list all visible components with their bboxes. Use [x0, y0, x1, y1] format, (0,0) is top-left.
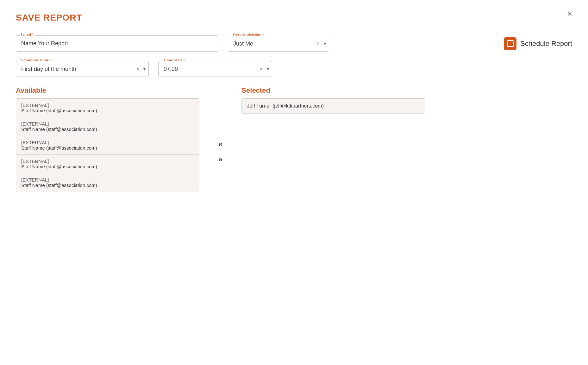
- time-of-day-select[interactable]: 07:00 08:00 09:00 10:00: [158, 61, 272, 77]
- available-list-item[interactable]: [EXTERNAL] Staff Name (staff@association…: [16, 136, 199, 155]
- schedule-type-field: Schedule Type * First day of the month D…: [16, 61, 149, 77]
- visibility-select[interactable]: Just Me Everyone: [228, 36, 329, 52]
- page-title: SAVE REPORT: [16, 13, 572, 23]
- selected-list-box: Jeff Turner (jeff@ktkpartners.com): [241, 98, 425, 114]
- move-left-icon: «: [218, 140, 222, 148]
- schedule-report-icon: [504, 37, 516, 50]
- available-title: Available: [16, 86, 199, 95]
- close-button[interactable]: ×: [567, 9, 572, 18]
- selected-list-item[interactable]: Jeff Turner (jeff@ktkpartners.com): [242, 99, 425, 113]
- available-item-line1: [EXTERNAL]: [21, 121, 194, 127]
- available-list-item[interactable]: [EXTERNAL] Staff Name (staff@association…: [16, 117, 199, 136]
- form-row-1: Label * Report Visibility * Just Me Ever…: [16, 35, 572, 52]
- schedule-report-label: Schedule Report: [520, 40, 572, 48]
- available-item-line2: Staff Name (staff@association.com): [21, 164, 194, 169]
- schedule-icon-inner: [507, 40, 514, 47]
- schedule-type-select-wrapper: First day of the month Daily Weekly Mont…: [16, 61, 149, 77]
- available-item-line2: Staff Name (staff@association.com): [21, 145, 194, 151]
- available-list-box: [EXTERNAL] Staff Name (staff@association…: [16, 98, 199, 192]
- time-of-day-clear-button[interactable]: ×: [260, 66, 263, 72]
- time-of-day-select-wrapper: 07:00 08:00 09:00 10:00 × ▾: [158, 61, 272, 77]
- available-item-line2: Staff Name (staff@association.com): [21, 108, 194, 113]
- form-row-2: Schedule Type * First day of the month D…: [16, 61, 572, 77]
- lists-section: Available [EXTERNAL] Staff Name (staff@a…: [16, 86, 572, 192]
- label-input[interactable]: [16, 35, 218, 52]
- selected-list-container: Selected Jeff Turner (jeff@ktkpartners.c…: [241, 86, 572, 114]
- available-item-line2: Staff Name (staff@association.com): [21, 182, 194, 188]
- available-list-item[interactable]: [EXTERNAL] Staff Name (staff@association…: [16, 99, 199, 117]
- label-field: Label *: [16, 35, 218, 52]
- close-icon: ×: [567, 9, 572, 19]
- move-to-selected-button[interactable]: »: [218, 155, 222, 164]
- selected-title: Selected: [241, 86, 572, 95]
- move-right-icon: »: [218, 155, 222, 164]
- available-item-line1: [EXTERNAL]: [21, 177, 194, 182]
- available-list-item[interactable]: [EXTERNAL] Staff Name (staff@association…: [16, 173, 199, 192]
- label-field-label: Label *: [20, 32, 35, 37]
- visibility-field: Report Visibility * Just Me Everyone × ▾: [228, 36, 329, 52]
- schedule-type-select[interactable]: First day of the month Daily Weekly Mont…: [16, 61, 149, 77]
- available-item-line1: [EXTERNAL]: [21, 140, 194, 145]
- schedule-report-button[interactable]: Schedule Report: [504, 37, 572, 50]
- available-item-line2: Staff Name (staff@association.com): [21, 127, 194, 132]
- transfer-buttons: « »: [212, 140, 229, 164]
- move-to-available-button[interactable]: «: [218, 140, 222, 149]
- visibility-select-wrapper: Just Me Everyone × ▾: [228, 36, 329, 52]
- available-list-item[interactable]: [EXTERNAL] Staff Name (staff@association…: [16, 155, 199, 173]
- schedule-type-clear-button[interactable]: ×: [136, 66, 139, 72]
- available-item-line1: [EXTERNAL]: [21, 158, 194, 164]
- available-list-container: Available [EXTERNAL] Staff Name (staff@a…: [16, 86, 199, 192]
- time-of-day-field: Time of day 07:00 08:00 09:00 10:00 × ▾: [158, 61, 272, 77]
- visibility-clear-button[interactable]: ×: [317, 41, 320, 46]
- available-item-line1: [EXTERNAL]: [21, 102, 194, 108]
